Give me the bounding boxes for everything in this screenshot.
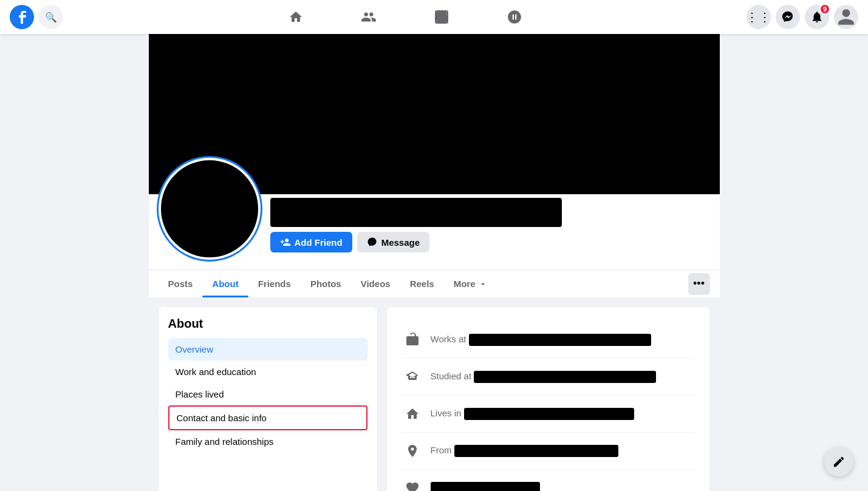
- friends-icon: [361, 9, 377, 25]
- nav-left: 🔍: [10, 5, 63, 29]
- tab-about[interactable]: About: [202, 270, 248, 297]
- sidebar-item-family[interactable]: Family and relationships: [168, 430, 367, 453]
- profile-info-row: Add Friend Message: [270, 198, 710, 260]
- notification-badge: 9: [819, 4, 830, 15]
- search-icon: 🔍: [45, 12, 57, 23]
- tab-friends[interactable]: Friends: [248, 270, 301, 297]
- message-icon: [367, 237, 378, 248]
- profile-avatar-wrap: [159, 158, 261, 260]
- message-label: Message: [381, 237, 420, 248]
- about-row-studied: Studied at: [402, 359, 695, 396]
- nav-center: [63, 2, 747, 32]
- tab-videos[interactable]: Videos: [351, 270, 400, 297]
- profile-nav-bar: Posts About Friends Photos Videos Reels …: [149, 269, 720, 297]
- sidebar-item-contact-basic[interactable]: Contact and basic info: [168, 405, 367, 430]
- profile-actions: Add Friend Message: [270, 232, 710, 252]
- add-friend-label: Add Friend: [295, 237, 343, 248]
- grid-icon: ⋮⋮: [746, 10, 771, 24]
- main-content: About Overview Work and education Places…: [149, 307, 720, 491]
- ellipsis-icon: •••: [693, 277, 705, 290]
- lives-icon: [402, 403, 423, 425]
- from-redacted: [454, 445, 618, 457]
- profile-page: Add Friend Message Posts About Friends P…: [149, 0, 720, 297]
- sidebar-item-work-education[interactable]: Work and education: [168, 361, 367, 383]
- notifications-button[interactable]: 9: [805, 5, 829, 29]
- add-friend-icon: [280, 237, 291, 248]
- chevron-down-icon: [478, 279, 488, 289]
- profile-avatar: [159, 158, 261, 260]
- about-title: About: [168, 317, 367, 331]
- groups-icon: [507, 9, 522, 25]
- apps-grid-button[interactable]: ⋮⋮: [747, 5, 771, 29]
- lives-text: Lives in: [431, 408, 634, 420]
- messenger-button[interactable]: [776, 5, 800, 29]
- studied-text: Studied at: [431, 371, 657, 383]
- profile-name-redacted: [270, 198, 562, 227]
- marketplace-icon: [434, 10, 449, 24]
- tab-reels[interactable]: Reels: [400, 270, 444, 297]
- profile-cover-wrapper: Add Friend Message Posts About Friends P…: [0, 0, 868, 297]
- works-text: Works at: [431, 334, 651, 346]
- facebook-logo: [10, 5, 34, 29]
- tab-more[interactable]: More: [444, 270, 497, 297]
- tab-posts[interactable]: Posts: [159, 270, 203, 297]
- about-row-lives: Lives in: [402, 396, 695, 433]
- friends-nav-button[interactable]: [335, 2, 403, 32]
- about-row-relationship: [402, 470, 695, 491]
- home-nav-button[interactable]: [262, 2, 330, 32]
- svg-rect-2: [439, 18, 444, 22]
- sidebar-item-places-lived[interactable]: Places lived: [168, 383, 367, 405]
- about-row-works: Works at: [402, 322, 695, 359]
- relationship-text: [431, 482, 540, 491]
- relationship-redacted: [431, 482, 540, 491]
- sidebar-item-overview[interactable]: Overview: [168, 338, 367, 361]
- messenger-icon: [781, 10, 795, 24]
- navbar: 🔍: [0, 0, 868, 34]
- studied-icon: [402, 366, 423, 388]
- lives-redacted: [464, 408, 634, 420]
- tab-photos[interactable]: Photos: [301, 270, 351, 297]
- more-label: More: [454, 279, 476, 289]
- message-button[interactable]: Message: [357, 232, 429, 252]
- nav-right: ⋮⋮ 9: [747, 5, 858, 29]
- floating-edit-button[interactable]: [824, 447, 853, 476]
- home-icon: [289, 10, 303, 24]
- more-options-button[interactable]: •••: [688, 273, 710, 295]
- studied-redacted: [474, 371, 656, 383]
- profile-nav-tabs: Posts About Friends Photos Videos Reels …: [159, 270, 688, 297]
- edit-icon: [832, 455, 846, 469]
- about-sidebar: About Overview Work and education Places…: [159, 307, 377, 491]
- works-icon: [402, 329, 423, 351]
- add-friend-button[interactable]: Add Friend: [270, 232, 352, 252]
- user-avatar-button[interactable]: [834, 5, 858, 29]
- search-button[interactable]: 🔍: [39, 5, 63, 29]
- from-icon: [402, 440, 423, 462]
- profile-bottom: Add Friend Message: [149, 194, 720, 269]
- marketplace-nav-button[interactable]: [408, 2, 476, 32]
- user-avatar-icon: [836, 7, 856, 27]
- about-main-panel: Works at Studied at: [387, 307, 710, 491]
- relationship-icon: [402, 477, 423, 491]
- works-redacted: [469, 334, 651, 346]
- about-row-from: From: [402, 433, 695, 470]
- from-text: From: [431, 445, 618, 457]
- groups-nav-button[interactable]: [480, 2, 548, 32]
